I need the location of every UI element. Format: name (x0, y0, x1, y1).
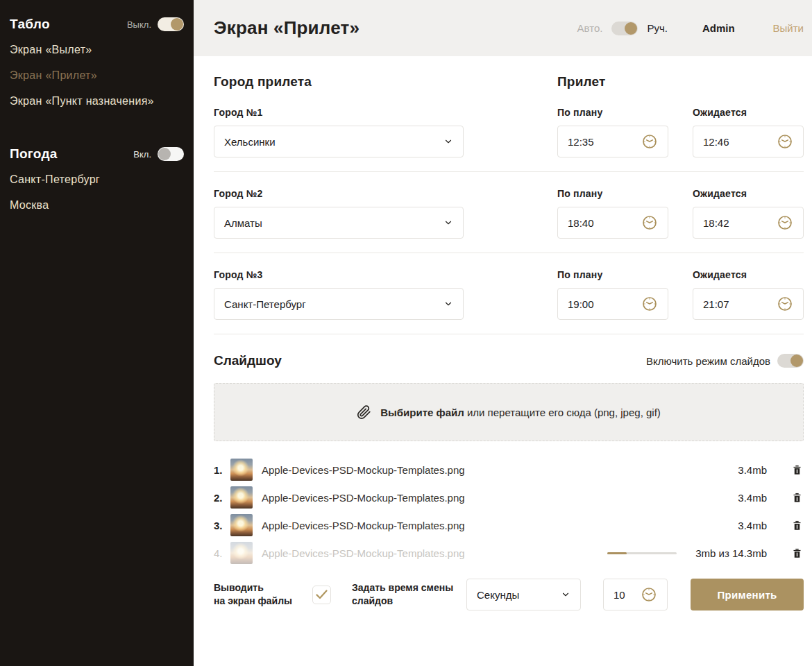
upload-progress-fill (607, 552, 627, 554)
plan2-label: По плану (557, 188, 668, 199)
expected1-input[interactable]: 12:46 (693, 126, 804, 157)
header: Экран «Прилет» Авто. Руч. Admin Выйти (194, 0, 812, 56)
checkmark-icon (316, 590, 328, 599)
interval-unit-value: Секунды (477, 589, 519, 601)
city2-select-value: Алматы (224, 217, 262, 229)
sidebar-item-destination-screen[interactable]: Экран «Пункт назначения» (10, 89, 184, 114)
file3-thumbnail (230, 514, 253, 536)
file1-thumbnail (230, 459, 253, 481)
clock-icon (777, 214, 793, 231)
page-title: Экран «Прилет» (214, 17, 360, 39)
slideshow-toggle-knob (790, 355, 803, 367)
auto-manual-toggle[interactable] (611, 22, 638, 35)
city1-label: Город №1 (214, 107, 557, 118)
display-files-label-line2: на экран файлы (214, 595, 297, 608)
apply-button[interactable]: Применить (691, 579, 804, 610)
delete-file3-button[interactable] (792, 520, 802, 531)
display-files-label-line1: Выводить (214, 581, 297, 595)
file4-thumbnail (230, 542, 253, 564)
file3-name: Apple-Devices-PSD-Mockup-Templates.png (262, 520, 677, 531)
file4-upload-status: 3mb из 14.3mb (677, 547, 767, 559)
paperclip-icon (357, 405, 371, 420)
expected2-label: Ожидается (693, 188, 804, 199)
expected2-value: 18:42 (703, 217, 729, 229)
board-toggle-knob (171, 18, 183, 31)
weather-section-title: Погода (10, 146, 58, 162)
content: Город прилета Прилет Город №1 Хельсинки … (194, 56, 812, 610)
city1-select[interactable]: Хельсинки (214, 126, 464, 157)
sidebar-section-weather: Погода Вкл. Санкт-Петербург Москва (10, 146, 184, 219)
file2-size: 3.4mb (677, 492, 767, 504)
chevron-down-icon (443, 137, 453, 146)
slideshow-footer: Выводить на экран файлы Задать время сме… (214, 579, 804, 610)
trash-icon (792, 547, 802, 559)
interval-value: 10 (614, 589, 625, 601)
arrival-row-1: Город №1 Хельсинки По плану 12:35 (214, 91, 804, 172)
clock-icon (641, 133, 658, 150)
auto-manual-toggle-knob (625, 22, 637, 35)
display-files-checkbox[interactable] (312, 586, 331, 604)
clock-icon (777, 133, 793, 150)
city2-select[interactable]: Алматы (214, 207, 464, 239)
app-window: Табло Выкл. Экран «Вылет» Экран «Прилет»… (0, 0, 812, 666)
trash-icon (792, 492, 802, 504)
file1-name: Apple-Devices-PSD-Mockup-Templates.png (262, 464, 677, 476)
file3-number: 3. (214, 520, 230, 531)
file4-name: Apple-Devices-PSD-Mockup-Templates.png (262, 547, 607, 559)
trash-icon (792, 520, 802, 531)
dropzone-text-rest: или перетащите его сюда (png, jpeg, gif) (464, 407, 661, 418)
sidebar-item-moscow-weather[interactable]: Москва (10, 193, 184, 219)
delete-file1-button[interactable] (792, 464, 802, 476)
delete-file4-button[interactable] (792, 547, 802, 559)
plan1-value: 12:35 (568, 136, 594, 148)
plan2-input[interactable]: 18:40 (557, 207, 668, 239)
logout-link[interactable]: Выйти (773, 22, 804, 34)
chevron-down-icon (443, 299, 453, 309)
plan1-input[interactable]: 12:35 (557, 126, 668, 157)
expected1-value: 12:46 (703, 136, 729, 148)
file-row-2: 2. Apple-Devices-PSD-Mockup-Templates.pn… (214, 484, 804, 511)
plan3-value: 19:00 (568, 298, 594, 310)
mode-auto-label: Авто. (577, 22, 603, 34)
file-dropzone[interactable]: Выбирите файл или перетащите его сюда (p… (214, 383, 804, 441)
slide-interval-label: Задать время смены слайдов (352, 581, 455, 608)
arrival-city-heading: Город прилета (214, 74, 557, 89)
clock-icon (641, 296, 658, 312)
mode-manual-label: Руч. (647, 22, 668, 34)
city1-select-value: Хельсинки (224, 136, 276, 148)
chevron-down-icon (443, 218, 453, 228)
dropzone-text-bold: Выбирите файл (380, 407, 464, 418)
expected3-input[interactable]: 21:07 (693, 288, 804, 320)
file2-name: Apple-Devices-PSD-Mockup-Templates.png (262, 492, 677, 504)
city3-select[interactable]: Санкт-Петербург (214, 288, 464, 320)
sidebar-section-board: Табло Выкл. Экран «Вылет» Экран «Прилет»… (10, 17, 184, 114)
arrival-row-3: Город №3 Санкт-Петербург По плану 19:00 (214, 253, 804, 334)
file-list: 1. Apple-Devices-PSD-Mockup-Templates.pn… (214, 456, 804, 567)
file-row-3: 3. Apple-Devices-PSD-Mockup-Templates.pn… (214, 511, 804, 539)
plan3-input[interactable]: 19:00 (557, 288, 668, 320)
chevron-down-icon (561, 590, 570, 599)
slideshow-toggle[interactable] (777, 354, 804, 368)
interval-value-input[interactable]: 10 (603, 579, 668, 610)
weather-toggle[interactable] (158, 147, 184, 161)
interval-unit-select[interactable]: Секунды (466, 579, 581, 610)
arrival-row-2: Город №2 Алматы По плану 18:40 (214, 172, 804, 253)
slide-interval-label-line2: слайдов (352, 595, 455, 608)
file2-number: 2. (214, 492, 230, 504)
sidebar-item-departure-screen[interactable]: Экран «Вылет» (10, 37, 184, 63)
clock-icon (641, 586, 657, 603)
dropzone-text: Выбирите файл или перетащите его сюда (p… (380, 407, 661, 418)
delete-file2-button[interactable] (792, 492, 802, 504)
slideshow-section-head: Слайдшоу Включить режим слайдов (214, 334, 804, 368)
arrival-heading: Прилет (557, 74, 606, 89)
clock-icon (641, 214, 658, 231)
city3-select-value: Санкт-Петербург (224, 298, 306, 310)
city2-label: Город №2 (214, 188, 557, 199)
expected2-input[interactable]: 18:42 (693, 207, 804, 239)
file2-thumbnail (230, 486, 253, 509)
trash-icon (792, 464, 802, 476)
slideshow-heading: Слайдшоу (214, 353, 282, 368)
sidebar-item-spb-weather[interactable]: Санкт-Петербург (10, 167, 184, 193)
sidebar-item-arrival-screen[interactable]: Экран «Прилет» (10, 63, 184, 89)
board-toggle[interactable] (158, 17, 184, 31)
